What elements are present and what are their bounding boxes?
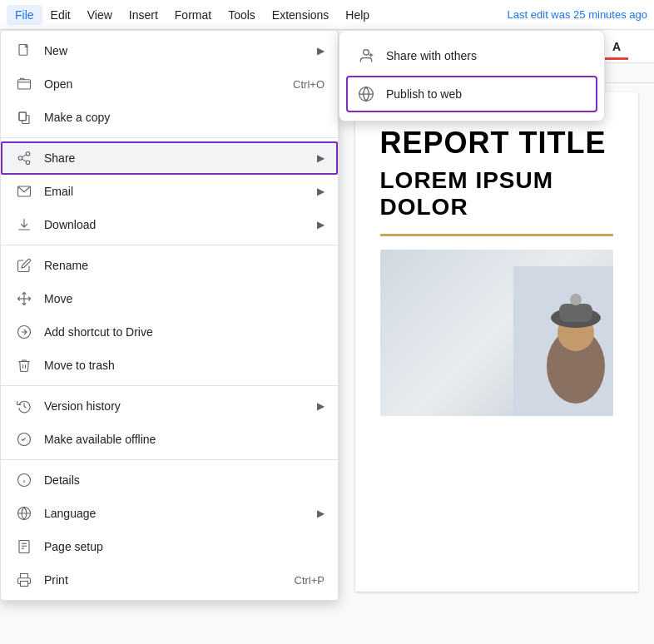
open-label: Open bbox=[44, 77, 293, 91]
rename-label: Rename bbox=[44, 259, 325, 272]
rename-icon bbox=[14, 255, 34, 275]
divider-1 bbox=[1, 137, 338, 138]
document-title: REPORT TITLE bbox=[380, 126, 613, 161]
menu-view[interactable]: View bbox=[79, 5, 121, 25]
menu-extensions[interactable]: Extensions bbox=[264, 5, 337, 25]
open-icon bbox=[14, 74, 34, 94]
share-with-others-label: Share with others bbox=[386, 49, 477, 62]
menu-item-print[interactable]: Print Ctrl+P bbox=[1, 563, 338, 597]
menu-tools[interactable]: Tools bbox=[220, 5, 264, 25]
globe-icon bbox=[356, 84, 376, 104]
menu-item-move-to-trash[interactable]: Move to trash bbox=[1, 349, 338, 382]
move-icon bbox=[14, 289, 34, 309]
language-label: Language bbox=[44, 507, 310, 520]
last-edit-label: Last edit was 25 minutes ago bbox=[508, 8, 647, 21]
history-icon bbox=[14, 396, 34, 416]
svg-rect-12 bbox=[18, 80, 31, 89]
svg-point-17 bbox=[18, 156, 22, 161]
file-dropdown-menu: New ▶ Open Ctrl+O Make a copy Share ▶ Em… bbox=[0, 30, 339, 601]
document-area: REPORT TITLE LOREM IPSUM DOLOR bbox=[339, 84, 654, 644]
document-image bbox=[380, 250, 613, 416]
menu-item-move[interactable]: Move bbox=[1, 282, 338, 315]
print-icon bbox=[14, 570, 34, 590]
divider-3 bbox=[1, 385, 338, 386]
menu-item-make-copy[interactable]: Make a copy bbox=[1, 101, 338, 134]
menu-item-details[interactable]: Details bbox=[1, 463, 338, 497]
svg-point-10 bbox=[570, 294, 582, 305]
svg-point-16 bbox=[26, 152, 30, 156]
version-history-label: Version history bbox=[44, 399, 310, 413]
publish-to-web-item[interactable]: Publish to web bbox=[346, 76, 597, 112]
language-arrow: ▶ bbox=[317, 508, 325, 519]
svg-rect-34 bbox=[21, 582, 28, 587]
svg-point-18 bbox=[26, 161, 30, 165]
share-label: Share bbox=[44, 151, 310, 165]
email-icon bbox=[14, 181, 34, 201]
menu-item-page-setup[interactable]: Page setup bbox=[1, 530, 338, 563]
menu-item-version-history[interactable]: Version history ▶ bbox=[1, 389, 338, 423]
svg-rect-30 bbox=[19, 541, 29, 553]
version-history-arrow: ▶ bbox=[317, 400, 325, 412]
page-setup-icon bbox=[14, 537, 34, 557]
new-label: New bbox=[44, 44, 310, 57]
menu-item-add-shortcut[interactable]: Add shortcut to Drive bbox=[1, 315, 338, 349]
document-image-figure bbox=[513, 266, 613, 416]
new-icon bbox=[14, 41, 34, 61]
svg-point-35 bbox=[364, 50, 369, 56]
share-with-others-item[interactable]: Share with others bbox=[339, 37, 604, 74]
details-label: Details bbox=[44, 473, 325, 487]
menu-insert[interactable]: Insert bbox=[121, 5, 166, 25]
document-divider bbox=[380, 234, 613, 236]
svg-rect-9 bbox=[559, 304, 592, 322]
open-shortcut: Ctrl+O bbox=[293, 78, 325, 91]
make-copy-label: Make a copy bbox=[44, 111, 325, 124]
menu-item-download[interactable]: Download ▶ bbox=[1, 208, 338, 241]
download-icon bbox=[14, 215, 34, 235]
move-label: Move bbox=[44, 292, 325, 305]
details-icon bbox=[14, 470, 34, 490]
menu-item-share[interactable]: Share ▶ bbox=[1, 141, 338, 175]
offline-label: Make available offline bbox=[44, 433, 325, 446]
divider-4 bbox=[1, 459, 338, 460]
svg-line-20 bbox=[22, 155, 26, 157]
page-setup-label: Page setup bbox=[44, 540, 325, 553]
menu-item-language[interactable]: Language ▶ bbox=[1, 497, 338, 530]
menu-file[interactable]: File bbox=[7, 5, 42, 25]
menu-help[interactable]: Help bbox=[337, 5, 378, 25]
menu-edit[interactable]: Edit bbox=[42, 5, 79, 25]
menu-item-open[interactable]: Open Ctrl+O bbox=[1, 67, 338, 101]
shortcut-label: Add shortcut to Drive bbox=[44, 325, 325, 339]
print-shortcut: Ctrl+P bbox=[295, 574, 325, 587]
document-subtitle: LOREM IPSUM DOLOR bbox=[380, 167, 613, 220]
share-icon bbox=[14, 148, 34, 168]
language-icon bbox=[14, 503, 34, 523]
document-page: REPORT TITLE LOREM IPSUM DOLOR bbox=[355, 92, 638, 592]
print-label: Print bbox=[44, 573, 295, 587]
offline-icon bbox=[14, 429, 34, 449]
email-label: Email bbox=[44, 185, 310, 198]
menu-item-email[interactable]: Email ▶ bbox=[1, 175, 338, 208]
menu-format[interactable]: Format bbox=[166, 5, 220, 25]
download-arrow: ▶ bbox=[317, 219, 325, 230]
trash-icon bbox=[14, 355, 34, 375]
copy-icon bbox=[14, 107, 34, 127]
new-arrow: ▶ bbox=[317, 45, 325, 57]
divider-2 bbox=[1, 245, 338, 245]
svg-line-19 bbox=[22, 159, 26, 161]
share-arrow: ▶ bbox=[317, 152, 325, 164]
menu-item-offline[interactable]: Make available offline bbox=[1, 423, 338, 456]
shortcut-icon bbox=[14, 322, 34, 342]
publish-to-web-label: Publish to web bbox=[386, 87, 462, 101]
svg-rect-14 bbox=[19, 112, 26, 121]
download-label: Download bbox=[44, 218, 310, 231]
trash-label: Move to trash bbox=[44, 359, 325, 372]
menu-bar: File Edit View Insert Format Tools Exten… bbox=[0, 0, 654, 30]
text-color-button[interactable]: A bbox=[605, 35, 628, 58]
email-arrow: ▶ bbox=[317, 186, 325, 197]
menu-item-rename[interactable]: Rename bbox=[1, 249, 338, 282]
share-submenu: Share with others Publish to web bbox=[339, 30, 605, 121]
menu-item-new[interactable]: New ▶ bbox=[1, 34, 338, 67]
person-add-icon bbox=[356, 46, 376, 66]
